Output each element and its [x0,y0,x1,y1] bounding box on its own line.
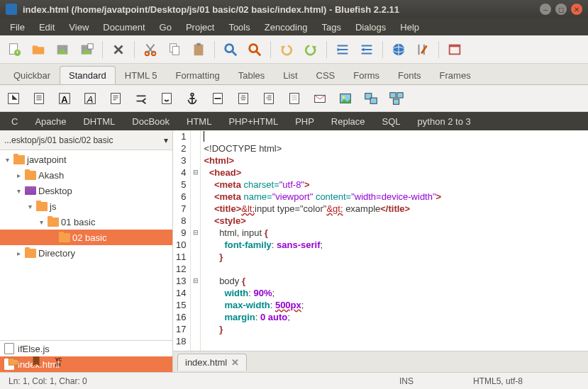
tree-item[interactable]: ▾javatpoint [0,152,172,167]
open-file-icon[interactable] [28,40,48,60]
menu-dialogs[interactable]: Dialogs [350,21,392,34]
path-combo[interactable]: ...esktop/js/01 basic/02 basic ▾ [0,130,172,150]
save-icon[interactable] [52,40,72,60]
preferences-icon[interactable] [413,40,433,60]
line-gutter: 123456789101112131415161718 [173,130,191,351]
close-tab-icon[interactable]: ✕ [231,357,239,368]
find-replace-icon[interactable] [245,40,265,60]
filebrowser-icon[interactable] [4,354,23,369]
file-label: ifElse.js [18,344,50,354]
status-position: Ln: 1, Col: 1, Char: 0 [0,376,170,386]
close-button[interactable]: ✕ [571,4,582,15]
chevron-down-icon: ▾ [164,135,168,145]
lang-c[interactable]: C [4,115,25,128]
multithumbnail-icon[interactable] [387,89,406,108]
folder-icon [25,249,36,258]
copy-icon[interactable] [165,40,184,60]
menu-zencoding[interactable]: Zencoding [259,21,314,34]
fullscreen-icon[interactable] [445,40,465,60]
toolbar-tab-html-5[interactable]: HTML 5 [116,66,167,84]
lang-html[interactable]: HTML [179,115,218,128]
fold-gutter[interactable]: ⊟⊟⊟ [191,130,201,351]
tree-item[interactable]: 02 basic [0,230,172,245]
toolbar-tab-formatting[interactable]: Formatting [167,66,229,84]
menu-view[interactable]: View [63,21,94,34]
quickstart-icon[interactable] [4,89,23,108]
lang-dhtml[interactable]: DHTML [76,115,122,128]
toolbar-tab-css[interactable]: CSS [307,66,345,84]
unindent-icon[interactable] [333,40,353,60]
lang-sql[interactable]: SQL [375,115,408,128]
lang-apache[interactable]: Apache [28,115,73,128]
indent-icon[interactable] [357,40,377,60]
toolbar-tab-list[interactable]: List [274,66,306,84]
menu-document[interactable]: Document [97,21,150,34]
svg-rect-36 [390,92,396,97]
rightalign-icon[interactable] [260,89,278,108]
lang-replace[interactable]: Replace [324,115,372,128]
tree-item[interactable]: ▸Akash [0,167,172,183]
bold-icon[interactable]: A [55,89,74,108]
paragraph-icon[interactable] [106,89,125,108]
expander-icon[interactable]: ▾ [14,187,23,195]
menu-help[interactable]: Help [394,21,425,34]
expander-icon[interactable]: ▾ [3,156,11,164]
svg-point-33 [342,96,345,98]
lang-docbook[interactable]: DocBook [125,115,177,128]
browser-preview-icon[interactable] [389,40,409,60]
close-file-icon[interactable] [109,40,128,60]
email-icon[interactable] [311,89,329,108]
expander-icon[interactable]: ▸ [14,249,23,257]
bookmarks-icon[interactable] [27,354,45,369]
tree-item[interactable]: ▸Directory [0,245,172,261]
lang-php[interactable]: PHP [288,115,321,128]
expander-icon[interactable]: ▸ [14,171,23,179]
new-file-icon[interactable]: + [4,40,24,60]
tree-item[interactable]: ▾01 basic [0,214,172,230]
thumbnail-icon[interactable] [362,89,380,108]
lang-python-2-to-3[interactable]: python 2 to 3 [411,115,478,128]
image-icon[interactable] [336,89,355,108]
body-icon[interactable] [30,89,48,108]
document-tab[interactable]: index.html ✕ [177,354,247,371]
expander-icon[interactable]: ▾ [26,203,34,210]
code-content[interactable]: <!DOCTYPE html><html> <head> <meta chars… [201,130,588,351]
comment-icon[interactable] [285,89,304,108]
maximize-button[interactable]: ◻ [555,4,567,15]
toolbar-tab-forms[interactable]: Forms [344,66,389,84]
anchor-icon[interactable] [183,89,201,108]
cut-icon[interactable] [140,40,160,60]
charmap-icon[interactable]: ∀∁∂∃ [50,354,68,369]
redo-icon[interactable] [301,40,321,60]
center-icon[interactable] [234,89,253,108]
svg-text:A: A [61,94,67,104]
toolbar-tab-tables[interactable]: Tables [229,66,274,84]
menu-tools[interactable]: Tools [223,21,255,34]
minimize-button[interactable]: – [540,4,551,15]
tree-item[interactable]: ▾js [0,198,172,214]
menu-file[interactable]: File [4,21,30,34]
toolbar-tab-fonts[interactable]: Fonts [389,66,431,84]
italic-icon[interactable]: A [81,89,99,108]
toolbar-tab-quickbar[interactable]: Quickbar [4,66,60,84]
svg-text:∀∁: ∀∁ [55,357,62,362]
nbsp-icon[interactable] [157,89,176,108]
paste-icon[interactable] [189,40,209,60]
svg-rect-10 [194,44,204,55]
tree-item[interactable]: ▾Desktop [0,183,172,198]
menu-go[interactable]: Go [154,21,177,34]
menu-tags[interactable]: Tags [316,21,346,34]
menu-project[interactable]: Project [180,21,220,34]
code-editor[interactable]: 123456789101112131415161718 ⊟⊟⊟ <!DOCTYP… [173,130,588,351]
hr-icon[interactable] [209,89,227,108]
file-tree[interactable]: ▾javatpoint▸Akash▾Desktop▾js▾01 basic02 … [0,150,172,340]
menu-edit[interactable]: Edit [33,21,60,34]
undo-icon[interactable] [277,40,296,60]
find-icon[interactable] [221,40,240,60]
break-icon[interactable] [132,89,150,108]
expander-icon[interactable]: ▾ [37,218,45,226]
lang-php-html[interactable]: PHP+HTML [221,115,285,128]
save-as-icon[interactable] [77,40,96,60]
toolbar-tab-standard[interactable]: Standard [60,66,116,84]
toolbar-tab-frames[interactable]: Frames [431,66,480,84]
